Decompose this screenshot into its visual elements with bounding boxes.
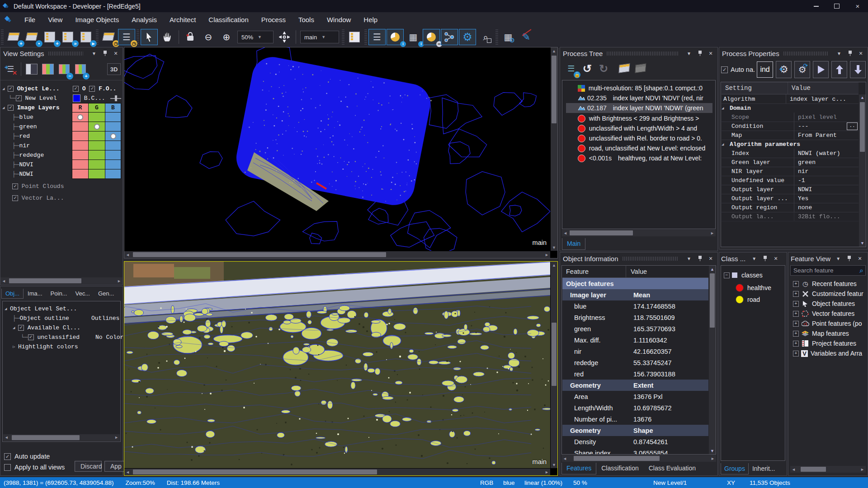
tab-poin[interactable]: Poin... <box>47 288 71 299</box>
single-layer-view-icon[interactable] <box>24 61 40 77</box>
maximize-button[interactable] <box>826 0 847 12</box>
cell-g-nir[interactable] <box>88 141 105 150</box>
feature-row-area[interactable]: Area13676 Pxl <box>562 391 708 402</box>
feature-group-vector[interactable]: + Vector features <box>793 309 854 319</box>
pin-icon[interactable] <box>696 255 704 262</box>
collapse-icon[interactable]: − <box>724 272 730 278</box>
pan-hand-icon[interactable] <box>159 29 176 45</box>
expand-icon[interactable]: + <box>793 301 799 307</box>
process-tree-hscrollbar[interactable]: ◄► <box>562 230 716 236</box>
redo-icon[interactable]: ↻ <box>595 61 612 77</box>
feature-row-numpixels[interactable]: Number of pi...13676 <box>562 413 708 425</box>
cell-b-red[interactable] <box>105 131 121 141</box>
tab-ima[interactable]: Ima... <box>24 288 47 299</box>
discard-button[interactable]: Discard <box>75 461 102 472</box>
magnifier-region-icon[interactable]: ⌕ <box>477 29 494 45</box>
cell-b-green[interactable] <box>105 122 121 131</box>
expand-icon[interactable]: + <box>793 351 799 357</box>
tab-gen[interactable]: Gen... <box>94 288 118 299</box>
chevron-down-icon[interactable]: ▼ <box>834 255 842 262</box>
apply-all-views-checkbox[interactable]: Apply to all views <box>4 464 65 471</box>
cell-b-nir[interactable] <box>105 141 121 150</box>
menu-analysis[interactable]: Analysis <box>125 12 163 27</box>
receive-processes-icon[interactable] <box>632 61 649 77</box>
zoom-in-icon[interactable]: ⊕ <box>218 29 235 45</box>
prop-group-domain[interactable]: ◢Domain <box>722 103 859 113</box>
move-down-icon[interactable] <box>850 61 866 78</box>
cursor-icon[interactable] <box>141 29 158 45</box>
expander-icon[interactable]: ◢ <box>5 306 10 311</box>
save-project-icon[interactable]: ▪ <box>23 29 40 45</box>
layer-row-blue[interactable]: ├─blue <box>12 113 33 122</box>
feature-view-hscrollbar[interactable]: ◄► <box>790 466 866 473</box>
pin-icon[interactable] <box>846 50 854 57</box>
subsection-geometry-extent[interactable]: GeometryExtent <box>562 380 708 391</box>
radio-selected[interactable] <box>94 124 100 130</box>
level-color-swatch[interactable] <box>73 94 80 102</box>
process-row-lengthwidth[interactable]: unclassified with Length/Width > 4 and <box>566 123 712 133</box>
edit-process-icon[interactable]: ⚙⟳ <box>794 61 810 78</box>
tree-row-object-outline[interactable]: ├─Object outline <box>13 314 69 323</box>
cell-g-blue[interactable] <box>88 112 105 122</box>
rgb-layer-view-icon[interactable] <box>40 61 56 77</box>
chevron-down-icon[interactable]: ▼ <box>750 255 758 262</box>
grid-settings-icon[interactable]: ▦⚙ <box>500 29 517 45</box>
unclassified-value[interactable]: No Color <box>95 333 123 342</box>
layer-row-green[interactable]: ├─green <box>12 122 37 131</box>
feature-group-recent[interactable]: +◷Recent features <box>793 279 857 289</box>
expand-icon[interactable]: + <box>793 321 799 327</box>
3d-view-button[interactable]: 3D <box>107 63 121 75</box>
tree-row-new-level[interactable]: └─✓ New Level <box>9 94 57 103</box>
tree-row-object-level-settings[interactable]: ◢Object Level Set... <box>5 304 77 314</box>
add-layer-icon[interactable]: + <box>72 61 89 77</box>
checkbox[interactable]: ✓ <box>8 105 14 111</box>
process-properties-vscrollbar[interactable]: ▲▼ <box>859 94 866 247</box>
zoom-level-select[interactable]: 50%▼ <box>237 31 274 43</box>
feature-group-customized[interactable]: + Customized featur <box>793 289 863 299</box>
cell-r-nir[interactable] <box>72 141 89 150</box>
history-stack-icon[interactable]: ◷ <box>100 29 117 45</box>
cell-r-rededge[interactable] <box>72 150 89 160</box>
process-row-relborder[interactable]: unclassified with Rel. border to road > … <box>566 133 712 143</box>
checkbox[interactable]: ✓ <box>4 453 11 460</box>
object-level-hscrollbar[interactable]: ◄► <box>3 434 120 441</box>
tree-row-highlight-colors[interactable]: ▷Hightlight colors <box>13 342 78 352</box>
tab-main[interactable]: Main <box>562 238 585 250</box>
feature-group-variables[interactable]: + V Variables and Arra <box>793 348 862 358</box>
cell-b-blue[interactable] <box>105 112 121 122</box>
class-row-road[interactable]: road <box>736 295 760 305</box>
move-up-icon[interactable] <box>831 61 847 78</box>
prop-row-algorithm[interactable]: Algorithmindex layer c... <box>722 94 859 104</box>
menu-window[interactable]: Window <box>321 12 357 27</box>
checkbox[interactable]: ✓ <box>8 86 14 92</box>
feature-row-density[interactable]: Density0.87454261 <box>562 436 708 447</box>
feature-row-green[interactable]: green165.35770693 <box>562 323 708 334</box>
tree-row-vector-layers[interactable]: ✓ Vector La... <box>12 193 64 203</box>
cell-r-green[interactable] <box>72 122 89 131</box>
pie-info-icon[interactable]: i <box>387 29 404 45</box>
class-root-row[interactable]: − classes <box>724 270 763 280</box>
expander-icon[interactable]: ◢ <box>2 105 8 110</box>
tab-inheritance[interactable]: Inherit... <box>749 463 779 474</box>
close-icon[interactable]: × <box>857 50 865 57</box>
feature-row-nir[interactable]: nir42.16620357 <box>562 346 708 357</box>
auto-update-checkbox[interactable]: ✓ Auto update <box>4 453 50 460</box>
draw-polygon-icon[interactable]: ✎ <box>518 29 535 45</box>
add-process-icon[interactable]: ⚙+ <box>776 61 792 78</box>
navigate-icon[interactable] <box>276 29 293 45</box>
process-row-ndvi[interactable]: 02.235index layer NDVI 'NDVI' (red, nir <box>566 93 712 103</box>
view-select[interactable]: main▼ <box>300 31 339 43</box>
pin-icon[interactable] <box>845 255 853 262</box>
cell-b-ndwi[interactable] <box>105 169 121 179</box>
chevron-down-icon[interactable]: ▼ <box>835 50 843 57</box>
radio-selected[interactable] <box>110 133 116 139</box>
tab-groups[interactable]: Groups <box>721 463 749 474</box>
close-icon[interactable]: × <box>112 50 120 57</box>
menu-image-objects[interactable]: Image Objects <box>69 12 125 27</box>
menu-architect[interactable]: Architect <box>163 12 202 27</box>
feature-group-map[interactable]: + Map features <box>793 328 849 338</box>
single-pane-icon[interactable] <box>346 29 363 45</box>
expander-icon[interactable]: ◢ <box>13 325 18 330</box>
prop-row-nir-layer[interactable]: NIR layernir <box>722 167 859 176</box>
cell-g-rededge[interactable] <box>88 150 105 160</box>
